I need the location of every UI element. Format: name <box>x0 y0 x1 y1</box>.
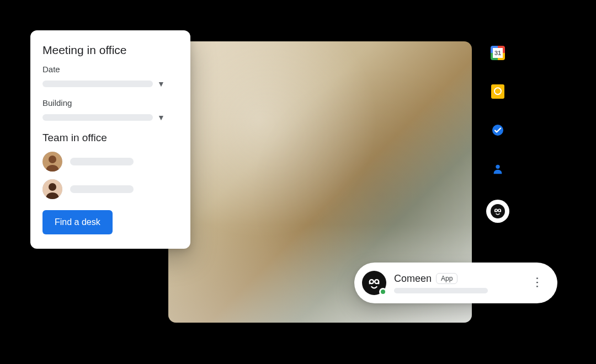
date-label: Date <box>42 65 178 74</box>
calendar-icon[interactable]: 31 <box>490 45 505 61</box>
find-a-desk-button[interactable]: Find a desk <box>42 210 113 234</box>
avatar <box>42 179 62 199</box>
building-select[interactable]: ▼ <box>42 113 178 122</box>
date-select[interactable]: ▼ <box>42 79 178 88</box>
building-value-placeholder <box>42 114 153 121</box>
date-value-placeholder <box>42 81 153 87</box>
chevron-down-icon: ▼ <box>157 113 165 122</box>
chat-app-name: Comeen <box>394 273 432 285</box>
team-name-placeholder <box>70 158 134 165</box>
team-section-title: Team in office <box>42 132 178 144</box>
avatar <box>42 152 62 172</box>
chat-message-placeholder <box>394 288 488 293</box>
keep-icon[interactable] <box>490 84 505 99</box>
team-name-placeholder <box>70 185 134 193</box>
tasks-icon[interactable] <box>490 122 505 138</box>
svg-point-1 <box>49 156 56 163</box>
team-row <box>42 152 178 172</box>
building-label: Building <box>42 98 178 108</box>
meeting-card: Meeting in office Date ▼ Building ▼ Team… <box>30 30 190 249</box>
card-title: Meeting in office <box>42 44 178 57</box>
chat-app-avatar <box>362 271 386 295</box>
more-options-icon[interactable]: ⋯ <box>528 273 547 293</box>
comeen-app-icon[interactable] <box>486 200 509 223</box>
chevron-down-icon: ▼ <box>157 79 165 88</box>
side-panel: 31 <box>486 45 510 223</box>
chat-chip[interactable]: Comeen App ⋯ <box>354 263 557 303</box>
team-row <box>42 179 178 199</box>
svg-point-5 <box>496 165 499 169</box>
presence-indicator <box>379 288 387 296</box>
contacts-icon[interactable] <box>490 161 505 176</box>
svg-point-3 <box>49 183 56 191</box>
app-badge: App <box>436 273 457 284</box>
calendar-day-number: 31 <box>493 48 503 58</box>
